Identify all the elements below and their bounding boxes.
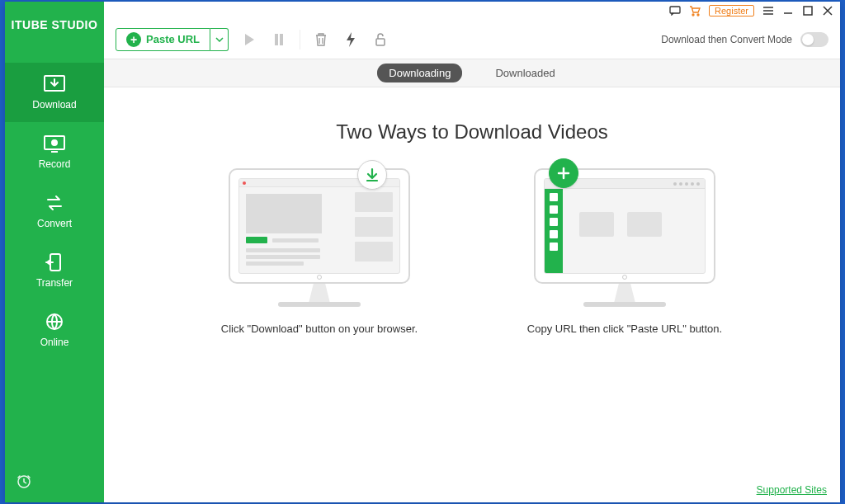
record-icon	[43, 134, 66, 153]
paste-url-button[interactable]: + Paste URL	[116, 28, 210, 51]
toolbar-right: Download then Convert Mode	[661, 32, 828, 47]
globe-icon	[43, 312, 66, 332]
supported-sites-link[interactable]: Supported Sites	[757, 484, 827, 496]
convert-mode-toggle[interactable]	[800, 32, 828, 47]
convert-icon	[43, 193, 66, 213]
maximize-button[interactable]	[802, 5, 814, 16]
plus-icon: +	[126, 32, 141, 47]
transfer-icon	[43, 252, 66, 272]
method-a-caption: Click "Download" button on your browser.	[221, 322, 418, 337]
sidebar-item-label: Record	[39, 158, 71, 170]
cart-icon[interactable]	[689, 5, 701, 16]
download-icon	[43, 74, 66, 94]
tab-downloaded[interactable]: Downloaded	[484, 64, 566, 82]
methods: Click "Download" button on your browser.	[120, 168, 824, 337]
pause-icon[interactable]	[270, 31, 288, 49]
trash-icon[interactable]	[312, 31, 330, 49]
convert-mode-label: Download then Convert Mode	[661, 34, 792, 45]
svg-rect-8	[670, 7, 680, 13]
register-link[interactable]: Register	[709, 5, 754, 16]
turbo-icon[interactable]	[342, 31, 360, 49]
main-area: Register + Paste URL	[104, 2, 840, 502]
paste-url-dropdown[interactable]	[210, 28, 229, 51]
svg-rect-19	[280, 34, 283, 45]
app-window: ITUBE STUDIO Download	[5, 2, 840, 502]
sidebar-item-label: Download	[32, 99, 76, 111]
lock-icon[interactable]	[371, 31, 389, 49]
sidebar-item-label: Convert	[37, 218, 72, 229]
sidebar-item-label: Online	[40, 337, 69, 348]
headline: Two Ways to Download Videos	[336, 120, 608, 144]
paste-url-label: Paste URL	[146, 33, 200, 45]
sidebar-item-online[interactable]: Online	[5, 300, 104, 360]
brand-logo: ITUBE STUDIO	[5, 2, 104, 48]
method-paste-url: Copy URL then click "Paste URL" button.	[509, 168, 740, 337]
sidebar-item-transfer[interactable]: Transfer	[5, 241, 104, 300]
minimize-button[interactable]	[782, 5, 794, 16]
sidebar-nav: Download Record	[5, 63, 104, 360]
sidebar-item-record[interactable]: Record	[5, 122, 104, 181]
tabbar: Downloading Downloaded	[104, 59, 840, 87]
titlebar: Register	[104, 2, 840, 20]
paste-url-group: + Paste URL	[116, 28, 229, 51]
content: Two Ways to Download Videos	[104, 87, 840, 502]
window-controls	[782, 5, 833, 16]
separator	[300, 30, 300, 49]
svg-point-3	[52, 140, 57, 145]
monitor-illustration	[534, 168, 715, 307]
sidebar-item-convert[interactable]: Convert	[5, 181, 104, 241]
sidebar-item-download[interactable]: Download	[5, 63, 104, 122]
schedule-icon[interactable]	[17, 474, 31, 492]
plus-badge-icon	[549, 158, 578, 188]
svg-rect-18	[275, 34, 278, 45]
monitor-illustration	[229, 168, 410, 307]
svg-point-9	[692, 14, 694, 16]
svg-rect-15	[804, 7, 812, 15]
download-badge-icon	[357, 160, 387, 190]
svg-rect-20	[376, 39, 385, 45]
svg-point-10	[697, 14, 699, 16]
play-icon[interactable]	[240, 31, 258, 49]
sidebar: ITUBE STUDIO Download	[5, 2, 104, 502]
menu-icon[interactable]	[762, 5, 774, 16]
feedback-icon[interactable]	[669, 5, 681, 16]
close-button[interactable]	[822, 5, 833, 16]
method-browser-button: Click "Download" button on your browser.	[204, 168, 435, 337]
sidebar-item-label: Transfer	[36, 277, 73, 289]
tab-downloading[interactable]: Downloading	[377, 64, 462, 82]
toolbar: + Paste URL	[104, 20, 840, 59]
method-b-caption: Copy URL then click "Paste URL" button.	[527, 322, 722, 337]
